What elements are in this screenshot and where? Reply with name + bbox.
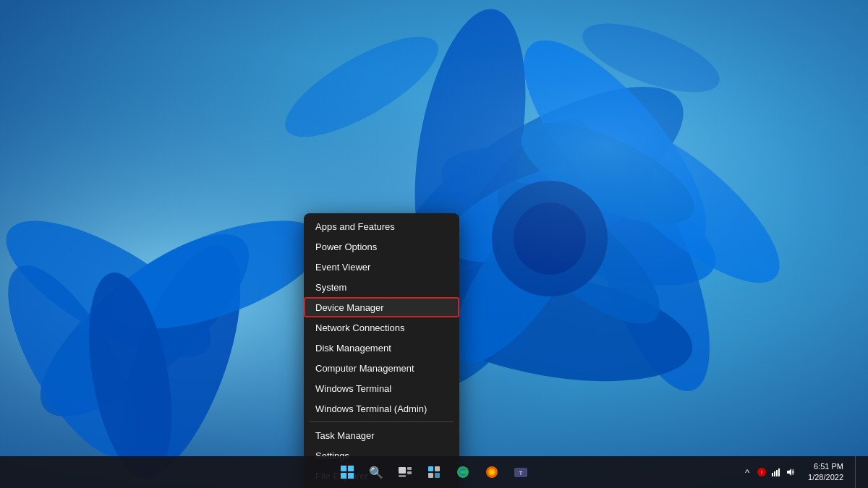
svg-text:!: ! <box>761 470 762 475</box>
desktop: Apps and FeaturesPower OptionsEvent View… <box>0 0 868 488</box>
svg-rect-32 <box>407 471 412 474</box>
svg-rect-36 <box>428 473 433 478</box>
menu-item-system[interactable]: System <box>304 277 459 297</box>
menu-item-label-windows-terminal-admin: Windows Terminal (Admin) <box>315 403 427 414</box>
menu-item-label-windows-terminal: Windows Terminal <box>315 383 391 394</box>
menu-item-windows-terminal[interactable]: Windows Terminal <box>304 378 459 398</box>
svg-rect-37 <box>435 473 440 478</box>
menu-item-event-viewer[interactable]: Event Viewer <box>304 257 459 277</box>
tray-volume-icon[interactable] <box>785 466 796 478</box>
svg-rect-29 <box>348 473 354 479</box>
menu-item-disk-management[interactable]: Disk Management <box>304 338 459 358</box>
svg-marker-49 <box>787 468 791 476</box>
menu-item-label-event-viewer: Event Viewer <box>315 262 370 273</box>
taskbar-center: 🔍 <box>334 459 534 485</box>
svg-rect-28 <box>341 473 346 479</box>
firefox-button[interactable] <box>479 459 505 485</box>
taskbar: 🔍 <box>0 456 868 488</box>
menu-item-network-connections[interactable]: Network Connections <box>304 317 459 338</box>
system-tray: ^ ! <box>741 466 796 478</box>
menu-separator-9 <box>310 421 454 422</box>
svg-rect-33 <box>399 475 406 477</box>
svg-text:T: T <box>519 470 523 476</box>
search-taskbar-button[interactable]: 🔍 <box>363 459 389 485</box>
svg-rect-48 <box>778 468 780 476</box>
svg-rect-35 <box>435 466 440 471</box>
svg-rect-26 <box>341 466 346 471</box>
svg-rect-46 <box>774 471 775 476</box>
taskbar-right: ^ ! <box>741 456 868 488</box>
menu-item-device-manager[interactable]: Device Manager <box>304 297 459 317</box>
menu-item-label-power-options: Power Options <box>315 241 377 252</box>
menu-item-label-apps-features: Apps and Features <box>315 221 395 232</box>
menu-item-computer-management[interactable]: Computer Management <box>304 358 459 378</box>
widgets-button[interactable] <box>421 459 447 485</box>
svg-rect-47 <box>776 470 778 476</box>
edge-button[interactable] <box>450 459 476 485</box>
menu-item-label-network-connections: Network Connections <box>315 322 405 333</box>
svg-rect-27 <box>348 466 354 471</box>
clock[interactable]: 6:51 PM 1/28/2022 <box>802 461 849 484</box>
menu-item-label-device-manager: Device Manager <box>315 302 384 313</box>
menu-item-apps-features[interactable]: Apps and Features <box>304 216 459 236</box>
teams-button[interactable]: T <box>508 459 534 485</box>
menu-item-label-computer-management: Computer Management <box>315 363 414 374</box>
tray-security-icon[interactable]: ! <box>756 466 767 478</box>
menu-item-label-disk-management: Disk Management <box>315 343 391 354</box>
menu-item-label-task-manager: Task Manager <box>315 430 375 441</box>
svg-rect-45 <box>772 473 773 476</box>
menu-item-power-options[interactable]: Power Options <box>304 236 459 257</box>
clock-time: 6:51 PM <box>808 461 843 472</box>
menu-item-task-manager[interactable]: Task Manager <box>304 425 459 445</box>
clock-date: 1/28/2022 <box>808 472 843 483</box>
start-button[interactable] <box>334 459 360 485</box>
menu-item-label-system: System <box>315 282 346 293</box>
svg-point-40 <box>490 470 494 474</box>
menu-item-windows-terminal-admin[interactable]: Windows Terminal (Admin) <box>304 398 459 419</box>
svg-rect-34 <box>428 466 433 471</box>
context-menu: Apps and FeaturesPower OptionsEvent View… <box>304 213 459 488</box>
show-desktop-button[interactable] <box>855 456 859 488</box>
svg-rect-30 <box>399 467 406 474</box>
tray-hidden-icons[interactable]: ^ <box>741 466 753 478</box>
svg-rect-31 <box>407 467 412 470</box>
taskview-button[interactable] <box>392 459 418 485</box>
tray-network-icon[interactable] <box>770 466 782 478</box>
